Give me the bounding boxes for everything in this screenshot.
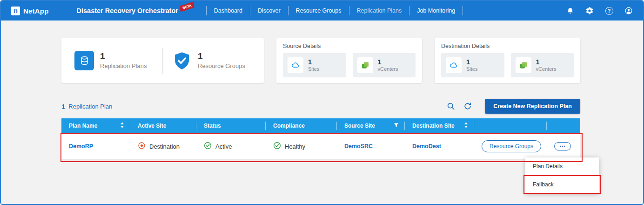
search-icon[interactable] bbox=[447, 102, 455, 110]
totals-card: 1 Replication Plans 1 Resource Groups bbox=[61, 38, 264, 83]
table-header-row: Plan Name Active Site Status Compliance … bbox=[61, 118, 580, 133]
menu-item-plan-details[interactable]: Plan Details bbox=[525, 157, 599, 175]
resource-groups-button[interactable]: Resource Groups bbox=[482, 140, 541, 152]
nav-item-discover[interactable]: Discover bbox=[250, 6, 288, 15]
app-window: n NetApp Disaster Recovery Orchestrator … bbox=[0, 0, 644, 205]
summary-cards-row: 1 Replication Plans 1 Resource Groups bbox=[61, 38, 580, 83]
compliance-check-icon bbox=[273, 142, 281, 151]
cell-compliance: Healthy bbox=[266, 142, 337, 151]
cell-active-site: Destination bbox=[130, 142, 196, 151]
source-vcenters-tile: 1 vCenters bbox=[353, 53, 416, 77]
vcenter-icon bbox=[357, 57, 373, 73]
header-source-site[interactable]: Source Site bbox=[337, 122, 405, 130]
header-actions bbox=[474, 122, 547, 130]
cell-more: ⋯ bbox=[547, 142, 580, 150]
resource-groups-shield-icon bbox=[172, 51, 192, 70]
top-navbar: n NetApp Disaster Recovery Orchestrator … bbox=[1, 1, 643, 20]
app-title: Disaster Recovery Orchestrator bbox=[77, 7, 178, 14]
resource-groups-count: 1 bbox=[198, 52, 245, 62]
resource-groups-label: Resource Groups bbox=[198, 62, 245, 69]
notifications-bell-icon[interactable] bbox=[566, 7, 574, 15]
destination-site-link[interactable]: DemoDest bbox=[412, 143, 441, 150]
replication-plan-count: 1 bbox=[61, 102, 65, 110]
user-account-icon[interactable] bbox=[624, 7, 633, 15]
source-vcenters-count: 1 bbox=[378, 59, 398, 66]
create-new-replication-plan-button[interactable]: Create New Replication Plan bbox=[485, 99, 580, 114]
destination-details-title: Destination Details bbox=[441, 43, 574, 49]
refresh-icon[interactable] bbox=[463, 102, 472, 110]
replication-plans-icon bbox=[74, 51, 94, 70]
settings-gear-icon[interactable] bbox=[585, 7, 594, 15]
netapp-logo[interactable]: n NetApp bbox=[11, 7, 49, 15]
destination-active-icon bbox=[138, 142, 146, 151]
header-compliance[interactable]: Compliance bbox=[266, 122, 337, 130]
header-more bbox=[547, 122, 580, 130]
header-status[interactable]: Status bbox=[196, 122, 266, 130]
vcenter-icon bbox=[516, 57, 531, 73]
cell-destination-site: DemoDest bbox=[405, 143, 474, 150]
header-destination-site[interactable]: Destination Site bbox=[405, 122, 474, 130]
header-active-site[interactable]: Active Site bbox=[130, 122, 196, 130]
replication-plan-section-header: 1 Replication Plan Create New Replicatio… bbox=[61, 99, 580, 114]
more-actions-button[interactable]: ⋯ bbox=[554, 142, 571, 150]
row-context-menu: Plan Details Failback bbox=[525, 157, 599, 193]
source-sites-tile: 1 Sites bbox=[283, 53, 346, 77]
nav-item-job-monitoring[interactable]: Job Monitoring bbox=[409, 6, 463, 15]
navbar-actions: ? bbox=[566, 7, 633, 15]
brand-name: NetApp bbox=[23, 7, 49, 15]
cell-resource-groups: Resource Groups bbox=[474, 140, 547, 152]
source-vcenters-label: vCenters bbox=[378, 66, 398, 72]
cell-source-site: DemoSRC bbox=[337, 143, 405, 150]
cell-status: Active bbox=[196, 142, 266, 151]
source-site-link[interactable]: DemoSRC bbox=[344, 143, 373, 150]
card-divider bbox=[162, 48, 163, 74]
source-sites-label: Sites bbox=[308, 66, 319, 72]
netapp-logo-icon: n bbox=[11, 7, 20, 15]
destination-vcenters-label: vCenters bbox=[536, 66, 557, 72]
destination-details-card: Destination Details 1 Sites bbox=[435, 38, 580, 83]
replication-plans-table: Plan Name Active Site Status Compliance … bbox=[61, 118, 580, 159]
resource-groups-summary: 1 Resource Groups bbox=[172, 51, 251, 70]
status-check-icon bbox=[204, 142, 212, 151]
header-plan-name[interactable]: Plan Name bbox=[61, 122, 130, 130]
source-sites-count: 1 bbox=[308, 59, 319, 66]
cell-plan-name: DemoRP bbox=[61, 143, 130, 150]
source-details-card: Source Details 1 Sites bbox=[276, 38, 422, 83]
beta-badge: BETA bbox=[179, 1, 195, 12]
main-content: 1 Replication Plans 1 Resource Groups bbox=[1, 38, 643, 159]
nav-item-replication-plans[interactable]: Replication Plans bbox=[349, 6, 410, 15]
replication-plan-label: Replication Plan bbox=[68, 103, 112, 110]
nav-item-resource-groups[interactable]: Resource Groups bbox=[288, 6, 349, 15]
sort-icon[interactable] bbox=[120, 122, 124, 130]
main-nav: Dashboard Discover Resource Groups Repli… bbox=[206, 6, 463, 15]
replication-plans-label: Replication Plans bbox=[100, 62, 147, 69]
table-row[interactable]: DemoRP Destination Active bbox=[61, 133, 580, 159]
sort-icon[interactable] bbox=[464, 122, 468, 130]
filter-icon[interactable] bbox=[394, 123, 399, 129]
nav-item-dashboard[interactable]: Dashboard bbox=[207, 6, 250, 15]
destination-sites-count: 1 bbox=[466, 59, 477, 66]
plan-name-link[interactable]: DemoRP bbox=[69, 143, 93, 150]
help-icon[interactable]: ? bbox=[605, 7, 613, 15]
destination-sites-tile: 1 Sites bbox=[441, 53, 504, 77]
replication-plans-summary: 1 Replication Plans bbox=[74, 51, 153, 70]
source-details-title: Source Details bbox=[283, 43, 416, 49]
cloud-site-icon bbox=[288, 57, 303, 73]
destination-vcenters-tile: 1 vCenters bbox=[511, 53, 574, 77]
menu-item-failback[interactable]: Failback bbox=[525, 175, 599, 193]
destination-vcenters-count: 1 bbox=[536, 59, 557, 66]
cloud-site-icon bbox=[446, 57, 462, 73]
replication-plans-count: 1 bbox=[100, 52, 147, 62]
destination-sites-label: Sites bbox=[466, 66, 477, 72]
